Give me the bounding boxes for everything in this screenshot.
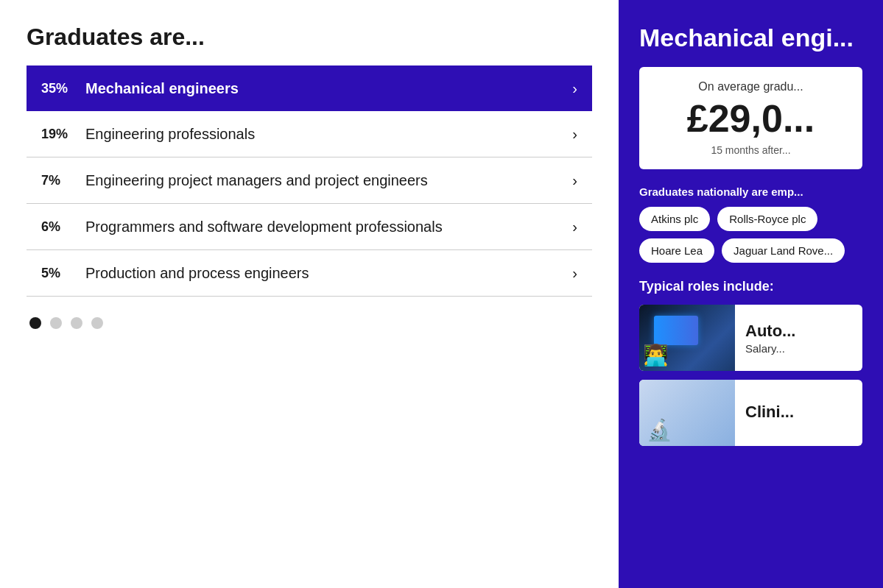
grad-percent-4: 5% <box>41 266 85 281</box>
graduate-item-4[interactable]: 5% Production and process engineers › <box>27 250 592 297</box>
grad-label-1: Engineering professionals <box>85 124 565 144</box>
role-card-1[interactable]: Clini... <box>639 380 862 446</box>
grad-label-3: Programmers and software development pro… <box>85 217 565 236</box>
chevron-icon-3: › <box>572 219 577 235</box>
role-image-1 <box>639 380 735 446</box>
employer-tag-2[interactable]: Hoare Lea <box>639 238 714 263</box>
graduate-item-3[interactable]: 6% Programmers and software development … <box>27 204 592 250</box>
salary-sub: 15 months after... <box>654 144 848 156</box>
right-panel-title: Mechanical engi... <box>639 24 862 52</box>
grad-percent-2: 7% <box>41 173 85 188</box>
role-name-0: Auto... <box>745 322 852 341</box>
typical-roles-title: Typical roles include: <box>639 279 862 294</box>
chevron-icon-0: › <box>572 80 577 97</box>
graduate-item-0[interactable]: 35% Mechanical engineers › <box>27 65 592 111</box>
employer-tags: Atkins plc Rolls-Royce plc Hoare Lea Jag… <box>639 207 862 263</box>
graduate-item-1[interactable]: 19% Engineering professionals › <box>27 111 592 157</box>
dot-0[interactable] <box>29 317 41 329</box>
dot-2[interactable] <box>71 317 82 329</box>
salary-card-label: On average gradu... <box>654 80 848 93</box>
role-image-0 <box>639 305 735 371</box>
left-panel: Graduates are... 35% Mechanical engineer… <box>0 0 619 588</box>
grad-label-0: Mechanical engineers <box>85 79 565 98</box>
chevron-icon-1: › <box>572 126 577 143</box>
grad-percent-0: 35% <box>41 81 85 96</box>
employer-tag-1[interactable]: Rolls-Royce plc <box>717 207 817 231</box>
grad-label-4: Production and process engineers <box>85 263 565 283</box>
role-salary-0: Salary... <box>745 342 852 355</box>
role-card-0[interactable]: Auto... Salary... <box>639 305 862 371</box>
graduate-item-2[interactable]: 7% Engineering project managers and proj… <box>27 157 592 204</box>
carousel-dots <box>27 317 592 329</box>
right-panel: Mechanical engi... On average gradu... £… <box>619 0 883 588</box>
graduates-list: 35% Mechanical engineers › 19% Engineeri… <box>27 65 592 297</box>
grad-percent-3: 6% <box>41 219 85 235</box>
dot-1[interactable] <box>50 317 62 329</box>
grad-label-2: Engineering project managers and project… <box>85 171 565 190</box>
employer-tag-3[interactable]: Jaguar Land Rove... <box>722 238 845 263</box>
section-title: Graduates are... <box>27 24 592 51</box>
dot-3[interactable] <box>91 317 103 329</box>
role-info-1: Clini... <box>735 397 862 429</box>
role-info-0: Auto... Salary... <box>735 316 862 361</box>
salary-card: On average gradu... £29,0... 15 months a… <box>639 67 862 169</box>
chevron-icon-2: › <box>572 172 577 189</box>
grad-percent-1: 19% <box>41 127 85 142</box>
salary-amount: £29,0... <box>654 98 848 140</box>
role-name-1: Clini... <box>745 403 852 422</box>
graduates-nationally-label: Graduates nationally are emp... <box>639 185 862 198</box>
employer-tag-0[interactable]: Atkins plc <box>639 207 710 231</box>
chevron-icon-4: › <box>572 265 577 282</box>
